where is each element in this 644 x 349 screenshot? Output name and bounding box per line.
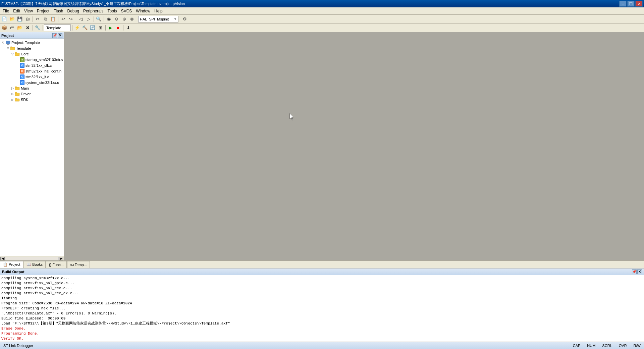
ovr-status: OVR [618, 344, 628, 348]
hscroll-track[interactable] [5, 257, 59, 260]
cut-button[interactable]: ✂ [34, 15, 41, 23]
menu-item-view[interactable]: View [22, 8, 35, 14]
sep5 [103, 15, 105, 23]
tree-item-hal_conf[interactable]: Hstm32f1xx_hal_conf.h [0, 68, 64, 74]
settings-button[interactable]: ⚙ [181, 15, 189, 23]
build-output-header: Build Output 📌 ✕ [0, 268, 644, 275]
tree-item-main[interactable]: ▷Main [0, 85, 64, 91]
svg-rect-2 [7, 44, 9, 45]
close-button[interactable]: ✕ [635, 1, 643, 7]
menu-item-svcs[interactable]: SVCS [119, 8, 134, 14]
new-file-button[interactable]: 📄 [1, 15, 8, 23]
build-output-title: Build Output [2, 270, 24, 274]
bottom-tab-0[interactable]: 📋 Project [0, 261, 23, 268]
tree-item-sdk[interactable]: ▷SDK [0, 97, 64, 102]
bottom-tab-1[interactable]: 📖 Books [23, 261, 46, 268]
tree-icon-core [15, 51, 20, 57]
nav-back-button[interactable]: ◁ [77, 15, 85, 23]
tree-expander-it [15, 74, 19, 79]
tree-item-driver[interactable]: ▷Driver [0, 91, 64, 97]
bookmark-next-button[interactable]: ⊕ [120, 15, 128, 23]
editor-area[interactable] [64, 32, 644, 260]
undo-button[interactable]: ↩ [59, 15, 67, 23]
translate-btn[interactable]: ⚡ [73, 24, 81, 32]
function-dropdown[interactable]: HAL_SPI_Mspinit [138, 16, 178, 22]
build-line-3: compiling stm32f1xx_hal_rcc_ex.c... [1, 291, 643, 296]
menu-item-project[interactable]: Project [35, 8, 51, 14]
debugger-status: ST-Link Debugger [2, 344, 35, 348]
tsep1 [32, 24, 34, 32]
tree-expander-sdk[interactable]: ▷ [10, 97, 15, 102]
tree-item-core[interactable]: ▽Core [0, 51, 64, 57]
save-all-button[interactable]: 🗂 [24, 15, 31, 23]
build-output-pin-btn[interactable]: 📌 [632, 269, 637, 274]
menu-item-debug[interactable]: Debug [65, 8, 81, 14]
paste-button[interactable]: 📋 [49, 15, 57, 23]
tree-icon-hal_conf: H [19, 68, 25, 74]
file-icon-c: C [20, 63, 24, 68]
menu-item-edit[interactable]: Edit [11, 8, 22, 14]
project-hscroll[interactable]: ◀ ▶ [0, 256, 64, 260]
panel-header-buttons: 📌 ✕ [52, 33, 62, 38]
redo-button[interactable]: ↪ [67, 15, 74, 23]
build-output-close-btn[interactable]: ✕ [637, 269, 642, 274]
hscroll-left-btn[interactable]: ◀ [0, 257, 5, 260]
tree-item-startup[interactable]: Sstartup_stm32f103xb.s [0, 57, 64, 62]
bookmark-toggle-button[interactable]: ◉ [105, 15, 112, 23]
bookmark-prev-button[interactable]: ⊖ [113, 15, 120, 23]
tree-item-it[interactable]: Cstm32f1xx_it.c [0, 74, 64, 80]
copy-button[interactable]: ⧉ [42, 15, 49, 23]
tree-expander-core[interactable]: ▽ [10, 52, 15, 56]
menu-item-window[interactable]: Window [134, 8, 152, 14]
tree-item-root[interactable]: ▽Project: Template [0, 40, 64, 45]
run-btn[interactable]: ▶ [107, 24, 114, 32]
svg-rect-10 [15, 92, 17, 93]
menu-item-peripherals[interactable]: Peripherals [81, 8, 106, 14]
restore-button[interactable]: ❐ [627, 1, 635, 7]
build-line-5: Program Size: Code=2530 RO-data=294 RW-d… [1, 301, 643, 306]
toolbar1: 📄 📂 💾 🗂 ✂ ⧉ 📋 ↩ ↪ ◁ ▷ 🔍 ◉ ⊖ ⊕ ⊗ HAL_SPI_… [0, 15, 644, 23]
tree-item-system[interactable]: Csystem_stm32f1xx.c [0, 80, 64, 85]
open-button[interactable]: 📂 [8, 15, 16, 23]
tree-expander-main[interactable]: ▷ [10, 86, 15, 91]
new-uvision-btn[interactable]: 🗃 [8, 24, 16, 32]
hscroll-right-btn[interactable]: ▶ [59, 257, 63, 260]
tree-expander-root[interactable]: ▽ [1, 40, 5, 45]
close-uvision-btn[interactable]: ✖ [24, 24, 31, 32]
panel-close-btn[interactable]: ✕ [58, 33, 62, 38]
status-bar-right: CAP NUM SCRL OVR R/W [572, 344, 642, 348]
num-status: NUM [586, 344, 597, 348]
build-output-content[interactable]: compiling system_stm32f1xx.c...compiling… [0, 275, 644, 342]
minimize-button[interactable]: – [619, 1, 627, 7]
open-uvision-btn[interactable]: 📂 [16, 24, 23, 32]
bottom-tab-3[interactable]: 🏷 Temp... [67, 261, 90, 268]
find-button[interactable]: 🔍 [95, 15, 102, 23]
tree-item-clk[interactable]: Cstm32f1xx_clk.c [0, 62, 64, 68]
rebuild-btn[interactable]: 🔄 [89, 24, 96, 32]
build-line-2: compiling stm32f1xx_hal_rcc.c... [1, 286, 643, 291]
tree-label-root: Project: Template [11, 41, 40, 45]
bookmark-clear-button[interactable]: ⊗ [128, 15, 136, 23]
batch-build-btn[interactable]: ⊞ [97, 24, 104, 32]
tree-label-main: Main [21, 86, 29, 90]
build-line-7: ".\Objects\Template.axf" - 0 Error(s), 0… [1, 311, 643, 316]
menu-item-file[interactable]: File [1, 8, 11, 14]
tree-expander-template[interactable]: ▽ [5, 46, 10, 51]
menu-item-flash[interactable]: Flash [51, 8, 65, 14]
stop-run-btn[interactable]: ■ [114, 24, 122, 32]
bottom-tab-2[interactable]: {} Func... [46, 261, 67, 268]
nav-fwd-button[interactable]: ▷ [85, 15, 92, 23]
menu-item-tools[interactable]: Tools [106, 8, 119, 14]
target-options-btn[interactable]: 🔧 [34, 24, 41, 32]
load-btn[interactable]: ⬇ [124, 24, 132, 32]
save-button[interactable]: 💾 [16, 15, 23, 23]
tree-item-template[interactable]: ▽Template [0, 45, 64, 51]
menu-item-help[interactable]: Help [152, 8, 165, 14]
project-btn[interactable]: 📦 [1, 24, 8, 32]
title-bar: F:\STM32\【第3期】7天物联网智能家居实战训练营\MyStudy\1_创… [0, 0, 644, 7]
file-icon-c: C [20, 80, 24, 85]
tree-expander-driver[interactable]: ▷ [10, 92, 15, 96]
build-btn[interactable]: 🔨 [81, 24, 89, 32]
panel-pin-btn[interactable]: 📌 [52, 33, 57, 38]
scrl-status: SCRL [601, 344, 613, 348]
